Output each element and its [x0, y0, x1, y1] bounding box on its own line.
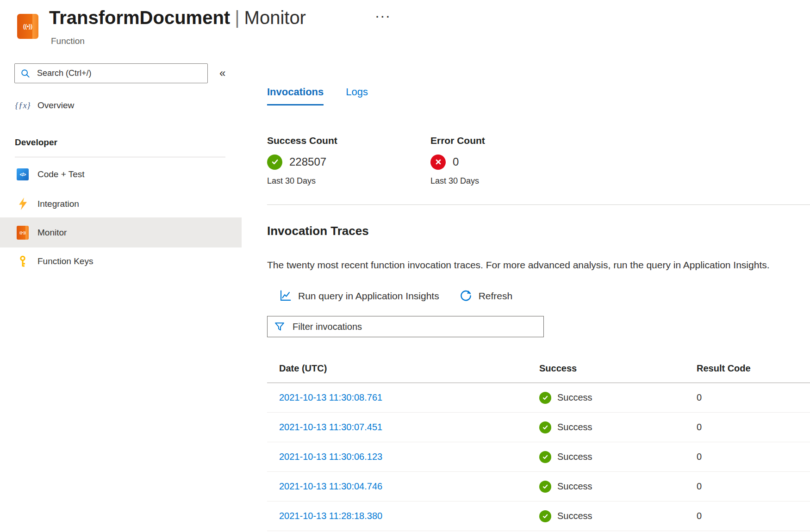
result-code-cell: 0: [697, 511, 810, 521]
refresh-icon: [460, 290, 472, 302]
metric-success-count: Success Count 228507 Last 30 Days: [267, 135, 337, 186]
invocation-date-link[interactable]: 2021-10-13 11:30:08.761: [279, 392, 539, 403]
invocation-traces-table: Date (UTC) Success Result Code 2021-10-1…: [267, 354, 810, 531]
result-code-cell: 0: [697, 481, 810, 492]
metric-value: 228507: [289, 155, 326, 168]
success-cell: Success: [539, 392, 697, 404]
column-header-date: Date (UTC): [279, 363, 539, 374]
page-title-resource: TransformDocument: [49, 7, 230, 28]
tab-bar: Invocations Logs: [267, 86, 368, 105]
invocation-date-link[interactable]: 2021-10-13 11:28:18.380: [279, 511, 539, 521]
success-label: Success: [557, 452, 592, 462]
filter-invocations-input[interactable]: [292, 321, 537, 333]
success-cell: Success: [539, 510, 697, 522]
collapse-sidebar-button[interactable]: «: [219, 67, 225, 80]
chart-icon: [279, 290, 292, 302]
sidebar-item-label: Integration: [37, 199, 79, 209]
sidebar-item-label: Function Keys: [37, 256, 93, 266]
page-title: TransformDocument|Monitor: [49, 7, 306, 28]
key-icon: [17, 255, 28, 267]
page-title-separator: |: [230, 7, 244, 28]
success-check-icon: [267, 155, 282, 170]
sidebar-section-title: Developer: [15, 137, 57, 148]
tab-invocations[interactable]: Invocations: [267, 86, 324, 105]
table-row: 2021-10-13 11:30:06.123 Success 0: [267, 442, 810, 472]
sidebar-item-function-keys[interactable]: Function Keys: [0, 252, 242, 271]
invocation-date-link[interactable]: 2021-10-13 11:30:07.451: [279, 422, 539, 433]
fx-overview-icon: {ƒx}: [15, 100, 30, 111]
table-row: 2021-10-13 11:30:08.761 Success 0: [267, 383, 810, 413]
table-row: 2021-10-13 11:30:04.746 Success 0: [267, 472, 810, 501]
sidebar-item-overview[interactable]: {ƒx} Overview: [0, 96, 242, 115]
section-divider: [267, 204, 810, 205]
result-code-cell: 0: [697, 392, 810, 403]
sidebar-section-divider: [15, 157, 225, 157]
run-query-label: Run query in Application Insights: [298, 291, 439, 302]
more-options-button[interactable]: ···: [376, 11, 392, 23]
code-test-icon: </>: [17, 168, 29, 180]
result-code-cell: 0: [697, 452, 810, 462]
invocation-traces-description: The twenty most recent function invocati…: [267, 260, 810, 271]
metric-period: Last 30 Days: [267, 176, 337, 186]
metric-value: 0: [453, 155, 459, 168]
metric-label: Success Count: [267, 135, 337, 146]
column-header-success: Success: [539, 363, 697, 374]
metric-period: Last 30 Days: [430, 176, 485, 186]
sidebar-search[interactable]: [14, 63, 208, 83]
table-header-row: Date (UTC) Success Result Code: [267, 354, 810, 383]
sidebar-item-monitor[interactable]: ((•)) Monitor: [0, 217, 242, 247]
run-query-button[interactable]: Run query in Application Insights: [279, 290, 439, 302]
invocation-date-link[interactable]: 2021-10-13 11:30:06.123: [279, 452, 539, 462]
invocation-date-link[interactable]: 2021-10-13 11:30:04.746: [279, 481, 539, 492]
success-check-icon: [539, 510, 551, 522]
metric-label: Error Count: [430, 135, 485, 146]
invocation-traces-heading: Invocation Traces: [267, 224, 369, 238]
result-code-cell: 0: [697, 422, 810, 433]
success-check-icon: [539, 481, 551, 493]
search-input[interactable]: [36, 68, 202, 79]
traces-toolbar: Run query in Application Insights Refres…: [279, 290, 512, 302]
function-app-icon: ((•)): [17, 14, 38, 39]
sidebar-item-label: Code + Test: [37, 169, 85, 179]
success-check-icon: [539, 451, 551, 463]
refresh-label: Refresh: [479, 291, 513, 302]
page-title-view: Monitor: [244, 7, 306, 28]
table-row: 2021-10-13 11:30:07.451 Success 0: [267, 413, 810, 442]
success-label: Success: [557, 392, 592, 403]
column-header-result-code: Result Code: [697, 363, 810, 374]
table-row: 2021-10-13 11:28:18.380 Success 0: [267, 501, 810, 531]
filter-invocations-box[interactable]: [267, 316, 544, 337]
success-cell: Success: [539, 481, 697, 493]
success-cell: Success: [539, 451, 697, 463]
search-icon: [20, 68, 31, 79]
success-check-icon: [539, 392, 551, 404]
success-label: Success: [557, 511, 592, 521]
success-check-icon: [539, 421, 551, 433]
refresh-button[interactable]: Refresh: [460, 290, 513, 302]
lightning-icon: [17, 198, 28, 210]
sidebar-item-label: Overview: [37, 100, 74, 111]
tab-logs[interactable]: Logs: [346, 86, 368, 105]
success-label: Success: [557, 422, 592, 433]
metric-error-count: Error Count 0 Last 30 Days: [430, 135, 485, 186]
sidebar-item-integration[interactable]: Integration: [0, 195, 242, 213]
filter-funnel-icon: [274, 321, 285, 332]
success-label: Success: [557, 481, 592, 492]
error-x-icon: [430, 155, 446, 170]
sidebar-item-code-test[interactable]: </> Code + Test: [0, 165, 242, 184]
monitor-book-icon: ((•)): [17, 226, 29, 240]
success-cell: Success: [539, 421, 697, 433]
resource-type-label: Function: [51, 36, 85, 46]
sidebar-item-label: Monitor: [37, 228, 67, 238]
